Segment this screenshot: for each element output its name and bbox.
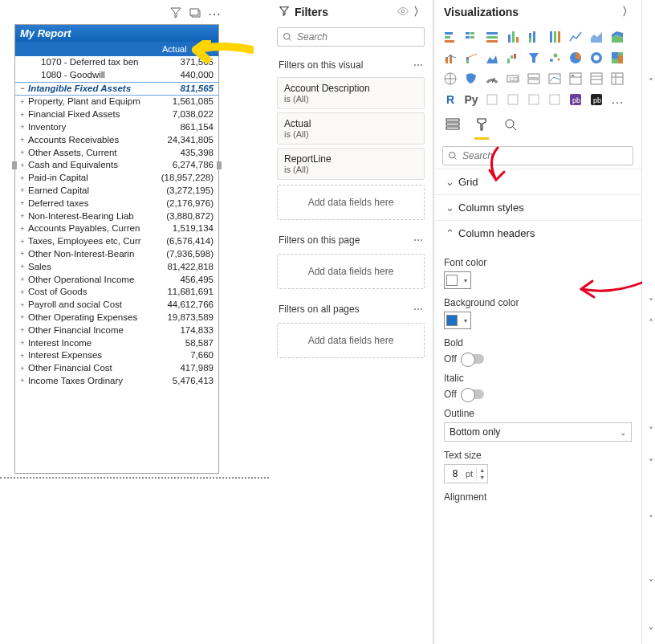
font-color-picker[interactable]: ▾ xyxy=(444,271,471,289)
viz-extra-icon[interactable] xyxy=(482,90,502,109)
expander-icon[interactable]: + xyxy=(18,365,26,373)
italic-toggle[interactable] xyxy=(462,389,484,399)
format-search-input[interactable] xyxy=(462,150,628,161)
viz-extra-icon[interactable] xyxy=(524,90,543,109)
viz-matrix-icon[interactable] xyxy=(608,69,627,88)
report-row[interactable]: +Interest Expenses7,660 xyxy=(15,349,218,362)
viz-line-column-stacked-icon[interactable] xyxy=(462,48,481,67)
viz-extra-icon[interactable] xyxy=(503,90,523,109)
section-column-styles[interactable]: ⌄Column styles xyxy=(434,195,641,220)
filter-card[interactable]: Actualis (All) xyxy=(277,112,425,145)
viz-card-icon[interactable]: 123 xyxy=(503,69,523,88)
expander-icon[interactable]: + xyxy=(18,238,26,247)
expander-icon[interactable]: + xyxy=(18,111,26,120)
viz-stacked-area-icon[interactable] xyxy=(608,27,627,47)
viz-stacked-bar-icon[interactable] xyxy=(441,27,460,47)
viz-custom-icon[interactable]: pb xyxy=(587,90,606,109)
report-row[interactable]: −Intangible Fixed Assets811,565 xyxy=(15,82,218,96)
viz-waterfall-icon[interactable] xyxy=(503,48,523,67)
report-row[interactable]: +Non-Interest-Bearing Liab(3,880,872) xyxy=(15,210,218,223)
expander-icon[interactable]: + xyxy=(18,174,26,183)
section-column-headers[interactable]: ⌃Column headers xyxy=(434,221,641,246)
expand-icon[interactable]: 〉 xyxy=(622,5,633,19)
report-row[interactable]: +Deferred taxes(2,176,976) xyxy=(15,198,218,210)
viz-gauge-icon[interactable] xyxy=(482,69,502,88)
viz-more-icon[interactable]: … xyxy=(608,90,627,109)
viz-line-column-icon[interactable] xyxy=(441,48,460,67)
filter-card[interactable]: ReportLineis (All) xyxy=(277,148,425,180)
filters-all-drop[interactable]: Add data fields here xyxy=(277,323,425,358)
chevron-down-icon[interactable]: ˅ xyxy=(649,514,653,525)
resize-handle-right[interactable] xyxy=(217,161,222,169)
chevron-down-icon[interactable]: ˅ xyxy=(649,297,653,308)
viz-custom-icon[interactable]: pb xyxy=(566,90,585,109)
report-row[interactable]: +Taxes, Employees etc, Curr(6,576,414) xyxy=(15,235,218,248)
text-size-stepper[interactable]: pt ▲▼ xyxy=(444,464,488,483)
expander-icon[interactable]: − xyxy=(18,84,26,93)
filters-page-drop[interactable]: Add data fields here xyxy=(277,254,425,289)
viz-clustered-bar-icon[interactable] xyxy=(462,27,481,47)
bold-toggle[interactable] xyxy=(462,354,484,364)
outline-dropdown[interactable]: Bottom only ⌄ xyxy=(444,422,632,442)
expander-icon[interactable]: + xyxy=(18,136,26,145)
viz-table-icon[interactable] xyxy=(587,69,606,88)
chevron-up-icon[interactable]: ˄ xyxy=(649,77,653,88)
report-row[interactable]: +Other Non-Interest-Bearin(7,936,598) xyxy=(15,248,218,261)
expander-icon[interactable]: + xyxy=(18,339,26,348)
format-search[interactable] xyxy=(442,146,633,165)
report-row[interactable]: +Interest Income58,587 xyxy=(15,337,218,350)
expander-icon[interactable]: + xyxy=(18,98,26,107)
report-row[interactable]: +Other Assets, Current435,398 xyxy=(15,147,218,160)
chevron-up-icon[interactable]: ˄ xyxy=(649,318,653,329)
filter-card[interactable]: Account Descriptionis (All) xyxy=(277,77,425,109)
filters-search-input[interactable] xyxy=(297,31,419,43)
expander-icon[interactable]: + xyxy=(18,212,26,221)
report-row[interactable]: +Financial Fixed Assets7,038,022 xyxy=(15,108,218,121)
report-row[interactable]: +Cost of Goods11,681,691 xyxy=(15,286,218,299)
viz-stacked-bar100-icon[interactable] xyxy=(482,27,502,47)
chevron-down-icon[interactable]: ˅ xyxy=(649,426,653,437)
expand-icon[interactable]: 〉 xyxy=(413,5,425,19)
expander-icon[interactable]: + xyxy=(18,161,26,170)
report-row[interactable]: 1080 - Goodwill440,000 xyxy=(15,69,218,82)
focus-icon[interactable] xyxy=(189,6,201,22)
expander-icon[interactable]: + xyxy=(18,263,26,271)
expander-icon[interactable]: + xyxy=(18,326,26,335)
bg-color-picker[interactable]: ▾ xyxy=(444,312,471,329)
expander-icon[interactable]: + xyxy=(18,250,26,259)
expander-icon[interactable]: + xyxy=(18,199,26,208)
filters-visual-drop[interactable]: Add data fields here xyxy=(277,185,425,220)
viz-slicer-icon[interactable] xyxy=(566,69,585,88)
report-row[interactable]: +Other Operating Expenses19,873,589 xyxy=(15,312,218,324)
analytics-tab[interactable] xyxy=(503,117,518,140)
report-row[interactable]: +Payroll and social Cost44,612,766 xyxy=(15,299,218,312)
report-row[interactable]: +Accounts Payables, Curren1,519,134 xyxy=(15,222,218,235)
viz-multi-card-icon[interactable] xyxy=(524,69,543,88)
matrix-visual[interactable]: My Report Actual 1070 - Deferred tax ben… xyxy=(14,24,219,474)
viz-funnel-icon[interactable] xyxy=(524,48,543,67)
viz-stacked-column100-icon[interactable] xyxy=(545,27,564,47)
eye-icon[interactable] xyxy=(397,6,409,19)
viz-donut-icon[interactable] xyxy=(587,48,606,67)
report-row[interactable]: +Accounts Receivables24,341,805 xyxy=(15,134,218,147)
chevron-down-icon[interactable]: ˅ xyxy=(649,458,653,469)
more-icon[interactable]: ⋯ xyxy=(413,59,423,71)
report-row[interactable]: +Property, Plant and Equipm1,561,085 xyxy=(15,96,218,108)
more-icon[interactable]: ⋯ xyxy=(413,304,423,315)
viz-pie-icon[interactable] xyxy=(566,48,585,67)
viz-filled-map-icon[interactable] xyxy=(462,69,481,88)
expander-icon[interactable]: + xyxy=(18,186,26,195)
viz-extra-icon[interactable] xyxy=(545,90,564,109)
format-tab[interactable] xyxy=(474,117,489,140)
report-row[interactable]: +Cash and Equivalents6,274,786 xyxy=(15,159,218,172)
expander-icon[interactable]: + xyxy=(18,352,26,361)
report-row[interactable]: +Income Taxes Ordinary5,476,413 xyxy=(15,375,218,388)
viz-ribbon-icon[interactable] xyxy=(482,48,502,67)
expander-icon[interactable]: + xyxy=(18,377,26,385)
expander-icon[interactable]: + xyxy=(18,275,26,284)
report-row[interactable]: +Paid-in Capital(18,957,228) xyxy=(15,172,218,185)
report-row[interactable]: +Inventory861,154 xyxy=(15,121,218,134)
chevron-down-icon[interactable]: ˅ xyxy=(649,578,653,589)
filters-search[interactable] xyxy=(277,27,425,47)
expander-icon[interactable]: + xyxy=(18,313,26,322)
